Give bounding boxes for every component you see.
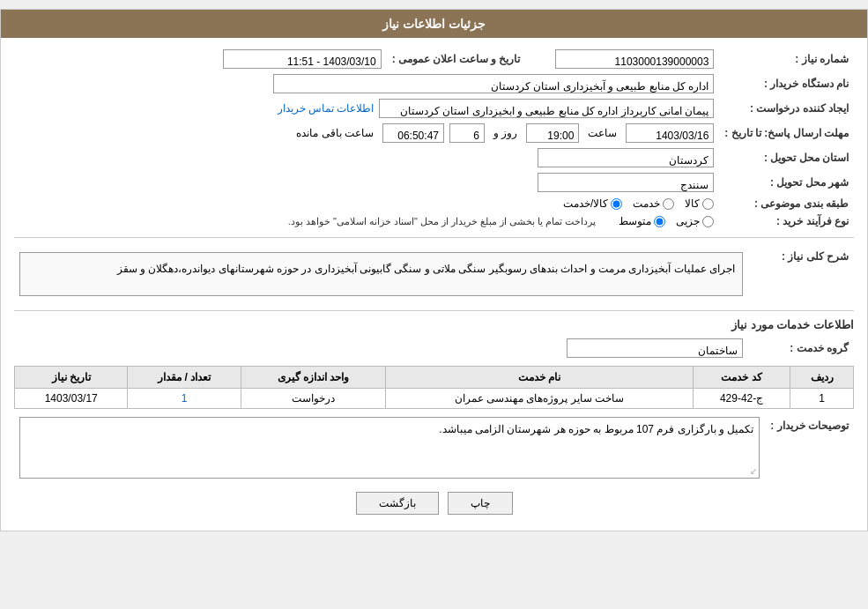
table-row: 1 ج-42-429 ساخت سایر پروژه‌های مهندسی عم…	[15, 389, 854, 409]
toseeh-label: توصیحات خریدار :	[765, 414, 854, 481]
ijadKonande-value: پیمان امانی کاربرداز اداره کل منابع طبیع…	[379, 99, 714, 118]
shomareNiaz-value: 1103000139000003	[555, 49, 714, 69]
radio-khedmat-label[interactable]: خدمت	[633, 197, 674, 210]
radio-kala-label[interactable]: کالا	[685, 197, 714, 210]
radio-kalaKhedmat-label[interactable]: کالا/خدمت	[563, 197, 622, 210]
print-button[interactable]: چاپ	[448, 492, 513, 515]
col-name: نام خدمت	[386, 367, 694, 389]
saat-value: 19:00	[526, 123, 579, 143]
etelaat-link[interactable]: اطلاعات تماس خریدار	[278, 102, 375, 115]
namDastgah-value: اداره کل منابع طبیعی و آبخیزداری استان ک…	[273, 74, 714, 93]
back-button[interactable]: بازگشت	[356, 492, 439, 515]
baghimande-value: 06:50:47	[382, 123, 444, 143]
cell-radif: 1	[790, 389, 854, 409]
ijadKonande-label: ایجاد کننده درخواست :	[719, 96, 854, 121]
radio-khedmat[interactable]	[663, 198, 674, 210]
radio-jozee-label[interactable]: جزیی	[676, 215, 714, 227]
col-tarikh: تاریخ نیاز	[15, 367, 128, 389]
radio-motovaset[interactable]	[654, 216, 665, 227]
shahr-label: شهر محل تحویل :	[719, 170, 854, 195]
etelaat-khadamat-title: اطلاعات خدمات مورد نیاز	[14, 318, 854, 331]
mohlat-label: مهلت ارسال پاسخ: تا تاریخ :	[719, 121, 854, 145]
date-value: 1403/03/16	[626, 123, 714, 143]
sharh-label: شرح کلی نیاز :	[748, 245, 854, 303]
noeFarayand-label: نوع فرآیند خرید :	[719, 212, 854, 230]
col-tedad: تعداد / مقدار	[128, 367, 241, 389]
toseeh-value: تکمیل و بارگزاری فرم 107 مربوط به حوزه ه…	[439, 423, 753, 435]
saat-label: ساعت	[588, 127, 617, 139]
page-title: جزئیات اطلاعات نیاز	[382, 17, 486, 31]
namDastgah-label: نام دستگاه خریدار :	[719, 71, 854, 96]
ostan-value: کردستان	[538, 148, 714, 167]
shahr-value: سنندج	[538, 173, 714, 192]
grohe-khedmat-label: گروه خدمت :	[748, 336, 854, 360]
radio-jozee[interactable]	[702, 216, 714, 227]
radio-kalaKhedmat[interactable]	[611, 198, 622, 210]
purchase-desc: پرداخت تمام یا بخشی از مبلغ خریدار از مح…	[288, 216, 597, 227]
tarikh-elaan-label: تاریخ و ساعت اعلان عمومی :	[387, 47, 526, 71]
cell-name: ساخت سایر پروژه‌های مهندسی عمران	[386, 389, 694, 409]
divider-2	[14, 310, 854, 311]
shomareNiaz-label: شماره نیاز :	[719, 47, 854, 71]
radio-kala[interactable]	[702, 198, 714, 210]
page-header: جزئیات اطلاعات نیاز	[1, 10, 867, 38]
col-kod: کد خدمت	[693, 367, 790, 389]
ostan-label: استان محل تحویل :	[719, 145, 854, 170]
cell-tedad: 1	[128, 389, 241, 409]
services-table: ردیف کد خدمت نام خدمت واحد اندازه گیری ت…	[14, 366, 854, 409]
tarikh-elaan-value: 1403/03/10 - 11:51	[223, 49, 382, 69]
cell-vahed: درخواست	[241, 389, 385, 409]
cell-kod: ج-42-429	[693, 389, 790, 409]
divider-1	[14, 237, 854, 238]
button-row: چاپ بازگشت	[14, 492, 854, 515]
col-radif: ردیف	[790, 367, 854, 389]
radio-motovaset-label[interactable]: متوسط	[619, 215, 665, 227]
baghimande-label: ساعت باقی مانده	[296, 127, 374, 139]
grohe-khedmat-value: ساختمان	[567, 338, 743, 358]
col-vahed: واحد اندازه گیری	[241, 367, 385, 389]
roz-value: 6	[449, 123, 485, 143]
sharh-value: اجرای عملیات آبخیزداری مرمت و احداث بنده…	[19, 252, 743, 296]
roz-label: روز و	[493, 127, 517, 139]
tabaqe-label: طبقه بندی موضوعی :	[719, 195, 854, 212]
cell-tarikh: 1403/03/17	[15, 389, 128, 409]
